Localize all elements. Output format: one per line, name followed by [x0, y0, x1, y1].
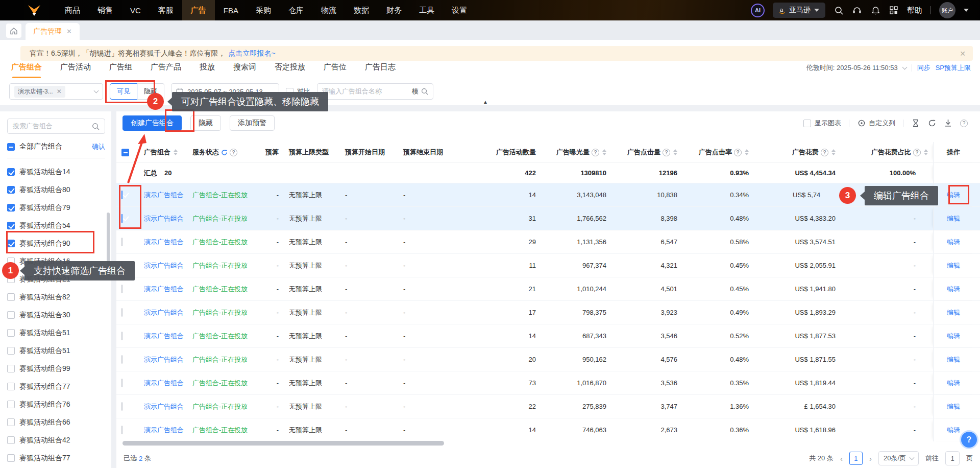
portfolio-link[interactable]: 演示广告组合 — [144, 285, 184, 293]
portfolio-link[interactable]: 演示广告组合 — [144, 426, 184, 434]
portfolio-checkbox[interactable] — [7, 347, 15, 355]
portfolio-checkbox[interactable] — [7, 418, 15, 426]
portfolio-link[interactable]: 演示广告组合 — [144, 262, 184, 269]
row-checkbox[interactable] — [121, 402, 122, 411]
header-budget-start[interactable]: 预算开始日期 — [340, 148, 398, 157]
portfolio-checkbox[interactable] — [7, 454, 15, 462]
portfolio-filter-item[interactable]: 赛狐活动组合82 — [7, 288, 105, 306]
header-impressions[interactable]: 广告曝光量? — [541, 148, 611, 157]
portfolio-filter-item[interactable]: 赛狐活动组合90 — [7, 235, 105, 252]
edit-link[interactable]: 编辑 — [947, 308, 960, 317]
portfolio-filter-item[interactable]: 赛狐活动组合30 — [7, 306, 105, 324]
page-number-button[interactable]: 1 — [849, 452, 863, 465]
sidebar-scrollbar[interactable] — [107, 213, 110, 266]
subnav-tab[interactable]: 广告活动 — [60, 62, 91, 78]
sort-icon[interactable] — [174, 149, 178, 155]
edit-link[interactable]: 编辑 — [947, 238, 960, 247]
apps-grid-icon[interactable] — [889, 5, 899, 15]
sort-icon[interactable] — [745, 149, 749, 155]
help-icon[interactable]: ? — [734, 149, 742, 156]
announcement-close-icon[interactable]: ✕ — [960, 50, 966, 58]
help-icon[interactable]: ? — [821, 149, 828, 156]
row-checkbox[interactable] — [121, 332, 122, 340]
header-spend[interactable]: 广告花费? — [754, 148, 841, 157]
subnav-tab[interactable]: 否定投放 — [275, 62, 305, 78]
nav-menu-item[interactable]: 商品 — [56, 0, 89, 20]
portfolio-link[interactable]: 演示广告组合 — [144, 309, 184, 316]
portfolio-checkbox[interactable] — [7, 186, 15, 194]
portfolio-filter-item[interactable]: 赛狐活动组合77 — [7, 378, 105, 395]
edit-link[interactable]: 编辑 — [947, 285, 960, 294]
prev-page-button[interactable]: ‹ — [840, 454, 843, 463]
portfolio-link[interactable]: 演示广告组合 — [144, 215, 184, 222]
sort-icon[interactable] — [602, 149, 606, 155]
help-icon[interactable]: ? — [663, 149, 670, 156]
portfolio-filter-item[interactable]: 赛狐活动组合54 — [7, 217, 105, 235]
portfolio-filter-item[interactable]: 赛狐活动组合99 — [7, 360, 105, 378]
portfolio-checkbox[interactable] — [7, 222, 15, 229]
account-avatar[interactable]: 账户 — [939, 2, 955, 18]
header-campaign-count[interactable]: 广告活动数量 — [470, 148, 541, 157]
row-checkbox[interactable] — [121, 379, 122, 387]
help-icon[interactable]: ? — [913, 149, 921, 156]
visible-filter-button[interactable]: 可见 — [110, 83, 137, 100]
collapse-filter-handle[interactable]: ▲ — [483, 99, 488, 105]
confirm-link[interactable]: 确认 — [92, 142, 105, 151]
home-tab-button[interactable] — [6, 24, 21, 38]
subnav-tab[interactable]: 广告组合 — [11, 62, 42, 78]
refresh-status-icon[interactable] — [221, 149, 228, 156]
nav-menu-item[interactable]: VC — [121, 0, 150, 20]
nav-menu-item[interactable]: 广告 — [182, 0, 215, 20]
header-spend-ratio[interactable]: 广告花费占比? — [841, 148, 933, 157]
portfolio-checkbox[interactable] — [7, 329, 15, 337]
create-portfolio-button[interactable]: 创建广告组合 — [122, 115, 182, 131]
portfolio-search-input[interactable]: 请输入广告组合名称 模 — [317, 83, 433, 100]
edit-link[interactable]: 编辑 — [947, 191, 960, 200]
portfolio-checkbox[interactable] — [7, 293, 15, 301]
goto-page-input[interactable]: 1 — [945, 451, 960, 465]
subnav-tab[interactable]: 广告组 — [109, 62, 132, 78]
portfolio-filter-item[interactable]: 赛狐活动组合51 — [7, 324, 105, 342]
next-page-button[interactable]: › — [869, 454, 872, 463]
subnav-tab[interactable]: 广告产品 — [151, 62, 181, 78]
header-portfolio[interactable]: 广告组合 — [139, 148, 187, 157]
subnav-tab[interactable]: 搜索词 — [233, 62, 256, 78]
account-chevron-icon[interactable] — [964, 9, 969, 12]
help-icon[interactable]: ? — [230, 149, 237, 156]
marketplace-switcher[interactable]: a 亚马逊 — [773, 3, 825, 18]
portfolio-link[interactable]: 演示广告组合 — [144, 191, 184, 199]
portfolio-filter-item[interactable]: 赛狐活动组合42 — [7, 431, 105, 449]
search-icon[interactable] — [421, 88, 428, 95]
portfolio-filter-item[interactable]: 赛狐活动组合66 — [7, 413, 105, 431]
sort-icon[interactable] — [673, 149, 677, 155]
sort-icon[interactable] — [924, 149, 928, 155]
row-checkbox[interactable] — [121, 285, 122, 293]
header-clicks[interactable]: 广告点击量? — [611, 148, 682, 157]
edit-link[interactable]: 编辑 — [947, 261, 960, 270]
portfolio-filter-item[interactable]: 赛狐活动组合77 — [7, 449, 105, 467]
header-budget[interactable]: 预算 — [255, 148, 284, 157]
row-checkbox[interactable] — [121, 426, 122, 434]
page-size-select[interactable]: 20条/页 — [878, 451, 919, 465]
nav-menu-item[interactable]: 采购 — [247, 0, 280, 20]
nav-menu-item[interactable]: 客服 — [150, 0, 182, 20]
help-icon[interactable]: ? — [960, 120, 968, 127]
nav-menu-item[interactable]: 财务 — [378, 0, 410, 20]
row-checkbox[interactable] — [121, 191, 122, 199]
hide-button[interactable]: 隐藏 — [190, 115, 221, 131]
floating-help-button[interactable]: ? — [961, 432, 977, 448]
announcement-signup-link[interactable]: 点击立即报名~ — [228, 49, 275, 58]
row-checkbox[interactable] — [121, 238, 122, 246]
select-all-checkbox[interactable] — [7, 143, 15, 151]
tab-close-icon[interactable]: ✕ — [66, 28, 72, 35]
time-chevron-icon[interactable] — [902, 65, 907, 70]
portfolio-link[interactable]: 演示广告组合 — [144, 379, 184, 387]
add-alert-button[interactable]: 添加预警 — [230, 115, 275, 131]
edit-link[interactable]: 编辑 — [947, 379, 960, 388]
row-checkbox[interactable] — [121, 355, 122, 364]
notifications-bell-icon[interactable] — [870, 5, 880, 15]
row-checkbox[interactable] — [121, 214, 122, 223]
edit-link[interactable]: 编辑 — [947, 402, 960, 411]
portfolio-filter-item[interactable]: 赛狐活动组合80 — [7, 181, 105, 199]
help-link[interactable]: 帮助 — [907, 6, 922, 15]
